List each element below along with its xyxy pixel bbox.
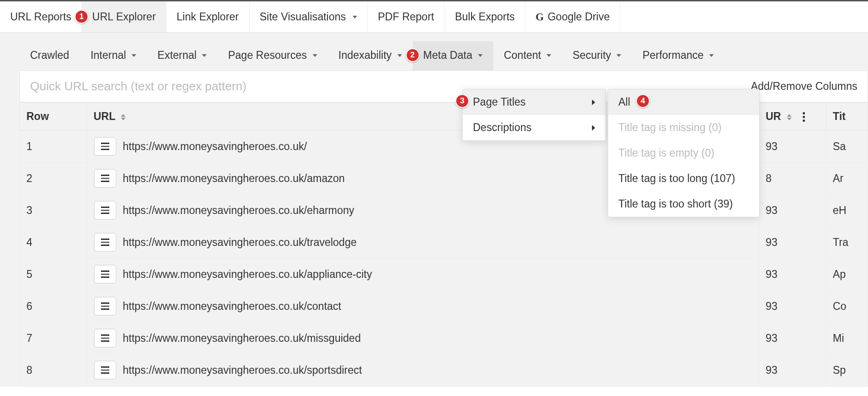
- col-label: Tit: [833, 110, 846, 122]
- row-menu-button[interactable]: [94, 233, 116, 251]
- hamburger-icon: [101, 207, 109, 214]
- nav-label: Google Drive: [547, 11, 610, 23]
- badge-2: 2: [406, 48, 420, 62]
- menu-label: Title tag is missing (0): [618, 121, 722, 134]
- hamburger-icon: [101, 302, 109, 310]
- chevron-down-icon: [616, 54, 621, 57]
- badge-3: 3: [455, 94, 469, 108]
- subnav-indexability[interactable]: Indexability: [328, 41, 413, 70]
- cell-ur: 8: [759, 163, 826, 195]
- subnav-label: Internal: [90, 49, 126, 62]
- hamburger-icon: [101, 270, 109, 278]
- subnav-label: Indexability: [339, 49, 392, 62]
- row-menu-button[interactable]: [94, 297, 116, 315]
- add-remove-columns[interactable]: Add/Remove Columns: [741, 80, 868, 93]
- cell-url: https://www.moneysavingheroes.co.uk/cont…: [87, 290, 759, 322]
- subnav-label: Page Resources: [228, 49, 307, 62]
- url-text[interactable]: https://www.moneysavingheroes.co.uk/amaz…: [123, 172, 345, 185]
- chevron-down-icon: [132, 54, 136, 57]
- nav-pdf-report[interactable]: PDF Report: [368, 1, 445, 32]
- menu-label: Descriptions: [473, 121, 532, 134]
- hamburger-icon: [101, 175, 109, 182]
- row-menu-button[interactable]: [94, 329, 116, 347]
- menu-item-too-short[interactable]: Title tag is too short (39): [608, 191, 759, 217]
- menu-item-all[interactable]: All 4: [608, 89, 759, 115]
- url-text[interactable]: https://www.moneysavingheroes.co.uk/appl…: [123, 268, 372, 281]
- menu-label: Title tag is empty (0): [618, 147, 714, 159]
- cell-row: 8: [20, 354, 87, 386]
- chevron-down-icon: [313, 54, 317, 57]
- nav-label: Site Visualisations: [260, 11, 346, 23]
- menu-label: Title tag is too short (39): [618, 198, 733, 210]
- subnav-meta-data[interactable]: 2 Meta Data: [413, 41, 493, 70]
- cell-title: Ap: [826, 258, 868, 290]
- cell-title: Sa: [826, 131, 868, 163]
- url-text[interactable]: https://www.moneysavingheroes.co.uk/ehar…: [123, 204, 354, 217]
- nav-bulk-exports[interactable]: Bulk Exports: [445, 1, 525, 32]
- menu-item-empty: Title tag is empty (0): [608, 140, 759, 166]
- subnav-crawled[interactable]: Crawled: [19, 41, 80, 70]
- url-text[interactable]: https://www.moneysavingheroes.co.uk/miss…: [123, 332, 361, 345]
- subnav-label: Meta Data: [423, 49, 472, 62]
- subnav-internal[interactable]: Internal: [80, 41, 147, 70]
- menu-item-too-long[interactable]: Title tag is too long (107): [608, 166, 759, 191]
- cell-ur: 93: [759, 290, 826, 322]
- nav-label: URL Reports: [10, 11, 71, 23]
- subnav-performance[interactable]: Performance: [632, 41, 724, 70]
- hamburger-icon: [101, 143, 109, 150]
- row-menu-button[interactable]: [94, 137, 116, 156]
- col-label: URL: [94, 110, 115, 122]
- subnav-label: Crawled: [30, 49, 69, 62]
- table-row: 6 https://www.moneysavingheroes.co.uk/co…: [20, 290, 868, 322]
- top-nav: URL Reports 1 URL Explorer Link Explorer…: [0, 1, 868, 33]
- subnav-external[interactable]: External: [147, 41, 217, 70]
- cell-ur: 93: [759, 195, 826, 226]
- url-text[interactable]: https://www.moneysavingheroes.co.uk/: [123, 140, 307, 153]
- sub-nav: Crawled Internal External Page Resources…: [19, 33, 868, 70]
- subnav-label: Security: [572, 49, 611, 62]
- chevron-down-icon: [478, 54, 483, 57]
- subnav-label: Performance: [642, 49, 704, 62]
- cell-ur: 93: [759, 258, 826, 290]
- col-ur[interactable]: UR: [759, 103, 826, 131]
- chevron-right-icon: [592, 100, 595, 105]
- row-menu-button[interactable]: [94, 361, 116, 379]
- chevron-down-icon: [547, 54, 551, 57]
- chevron-down-icon: [352, 16, 357, 19]
- col-row[interactable]: Row: [20, 103, 87, 131]
- google-icon: G: [535, 11, 544, 23]
- row-menu-button[interactable]: [94, 169, 116, 188]
- row-menu-button[interactable]: [94, 201, 116, 220]
- nav-url-explorer[interactable]: 1 URL Explorer: [82, 1, 166, 32]
- row-menu-button[interactable]: [94, 265, 116, 283]
- chevron-down-icon: [397, 54, 402, 57]
- sort-icon[interactable]: [787, 114, 792, 120]
- url-text[interactable]: https://www.moneysavingheroes.co.uk/spor…: [123, 364, 362, 377]
- url-text[interactable]: https://www.moneysavingheroes.co.uk/trav…: [123, 236, 357, 249]
- subnav-more[interactable]: [724, 41, 868, 70]
- nav-google-drive[interactable]: G Google Drive: [525, 1, 620, 32]
- nav-link-explorer[interactable]: Link Explorer: [166, 1, 249, 32]
- col-label: UR: [766, 110, 781, 122]
- subnav-page-resources[interactable]: Page Resources: [217, 41, 327, 70]
- table-row: 7 https://www.moneysavingheroes.co.uk/mi…: [20, 322, 868, 354]
- badge-4: 4: [636, 94, 650, 108]
- nav-label: Bulk Exports: [455, 11, 515, 23]
- subnav-label: Content: [504, 49, 541, 62]
- menu-label: Page Titles: [473, 96, 526, 108]
- cell-ur: 93: [759, 226, 826, 258]
- metadata-dropdown: 3 Page Titles Descriptions: [462, 89, 606, 141]
- nav-url-reports[interactable]: URL Reports: [0, 1, 82, 32]
- cell-url: https://www.moneysavingheroes.co.uk/appl…: [87, 258, 759, 290]
- kebab-icon[interactable]: [803, 112, 805, 122]
- col-title[interactable]: Tit: [826, 103, 868, 131]
- url-text[interactable]: https://www.moneysavingheroes.co.uk/cont…: [123, 300, 341, 313]
- subnav-security[interactable]: Security: [562, 41, 632, 70]
- menu-item-page-titles[interactable]: 3 Page Titles: [463, 89, 605, 115]
- nav-site-visualisations[interactable]: Site Visualisations: [250, 1, 368, 32]
- menu-item-missing: Title tag is missing (0): [608, 115, 759, 140]
- sort-icon[interactable]: [121, 114, 126, 120]
- menu-item-descriptions[interactable]: Descriptions: [463, 115, 605, 140]
- subnav-content[interactable]: Content: [493, 41, 562, 70]
- cell-url: https://www.moneysavingheroes.co.uk/spor…: [87, 354, 759, 386]
